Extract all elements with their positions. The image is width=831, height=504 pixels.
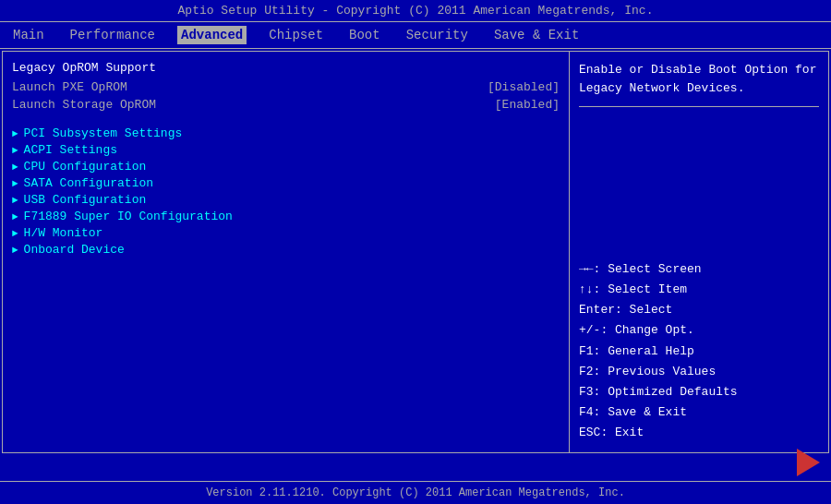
watermark-logo — [797, 449, 824, 476]
key-help: →←: Select Screen↑↓: Select ItemEnter: S… — [579, 259, 819, 443]
menu-entry-label: PCI Subsystem Settings — [24, 126, 183, 140]
menu-item-advanced[interactable]: Advanced — [177, 26, 247, 44]
left-panel: Legacy OpROM Support Launch PXE OpROM[Di… — [3, 52, 570, 452]
menu-entry-label: SATA Configuration — [24, 176, 153, 190]
menu-entry-label: CPU Configuration — [24, 160, 147, 174]
menu-item-boot[interactable]: Boot — [345, 26, 384, 44]
menu-entry-cpu-configuration[interactable]: ►CPU Configuration — [12, 160, 560, 174]
menu-entry-pci-subsystem-settings[interactable]: ►PCI Subsystem Settings — [12, 126, 560, 140]
menu-entries: ►PCI Subsystem Settings►ACPI Settings►CP… — [12, 126, 560, 257]
menu-item-security[interactable]: Security — [403, 26, 472, 44]
menu-entry-label: ACPI Settings — [24, 143, 117, 157]
menu-arrow: ► — [12, 228, 18, 239]
config-value: [Enabled] — [495, 98, 560, 112]
footer: Version 2.11.1210. Copyright (C) 2011 Am… — [0, 481, 831, 504]
key-help-line: F2: Previous Values — [579, 362, 819, 382]
menu-arrow: ► — [12, 128, 18, 139]
menu-bar: MainPerformanceAdvancedChipsetBootSecuri… — [0, 22, 831, 49]
menu-item-performance[interactable]: Performance — [66, 26, 159, 44]
key-help-line: F3: Optimized Defaults — [579, 382, 819, 402]
key-help-line: ESC: Exit — [579, 423, 819, 443]
content-area: Legacy OpROM Support Launch PXE OpROM[Di… — [2, 51, 829, 453]
menu-arrow: ► — [12, 245, 18, 256]
key-help-line: →←: Select Screen — [579, 259, 819, 280]
right-panel: Enable or Disable Boot Option for Legacy… — [570, 52, 828, 452]
menu-entry-label: USB Configuration — [24, 193, 147, 207]
key-help-line: F1: General Help — [579, 342, 819, 362]
logo-arrow — [797, 449, 820, 476]
key-help-line: Enter: Select — [579, 300, 819, 320]
menu-entry-sata-configuration[interactable]: ►SATA Configuration — [12, 176, 560, 190]
menu-entry-f------super-io-configuration[interactable]: ►F71889 Super IO Configuration — [12, 210, 560, 223]
menu-entry-h-w-monitor[interactable]: ►H/W Monitor — [12, 226, 560, 240]
help-text: Enable or Disable Boot Option for Legacy… — [579, 61, 819, 107]
config-row: Launch Storage OpROM[Enabled] — [12, 98, 560, 112]
menu-entry-acpi-settings[interactable]: ►ACPI Settings — [12, 143, 560, 157]
menu-arrow: ► — [12, 195, 18, 206]
menu-entry-label: H/W Monitor — [24, 226, 103, 240]
section-header: Legacy OpROM Support — [12, 61, 560, 75]
menu-item-save---exit[interactable]: Save & Exit — [490, 26, 583, 44]
key-help-line: ↑↓: Select Item — [579, 280, 819, 300]
menu-entry-label: Onboard Device — [24, 243, 125, 257]
key-help-line: F4: Save & Exit — [579, 402, 819, 423]
menu-entry-usb-configuration[interactable]: ►USB Configuration — [12, 193, 560, 207]
menu-arrow: ► — [12, 162, 18, 173]
menu-arrow: ► — [12, 145, 18, 156]
title-text: Aptio Setup Utility - Copyright (C) 2011… — [178, 4, 654, 18]
config-value: [Disabled] — [488, 80, 560, 94]
config-row: Launch PXE OpROM[Disabled] — [12, 80, 560, 94]
menu-arrow: ► — [12, 178, 18, 189]
menu-item-main[interactable]: Main — [9, 26, 48, 44]
menu-item-chipset[interactable]: Chipset — [265, 26, 327, 44]
title-bar: Aptio Setup Utility - Copyright (C) 2011… — [0, 0, 831, 22]
menu-entry-onboard-device[interactable]: ►Onboard Device — [12, 243, 560, 257]
config-rows: Launch PXE OpROM[Disabled]Launch Storage… — [12, 80, 560, 112]
footer-text: Version 2.11.1210. Copyright (C) 2011 Am… — [206, 486, 625, 499]
config-label: Launch PXE OpROM — [12, 80, 127, 94]
menu-entry-label: F71889 Super IO Configuration — [24, 210, 233, 223]
key-help-line: +/-: Change Opt. — [579, 320, 819, 341]
config-label: Launch Storage OpROM — [12, 98, 156, 112]
menu-arrow: ► — [12, 211, 18, 222]
